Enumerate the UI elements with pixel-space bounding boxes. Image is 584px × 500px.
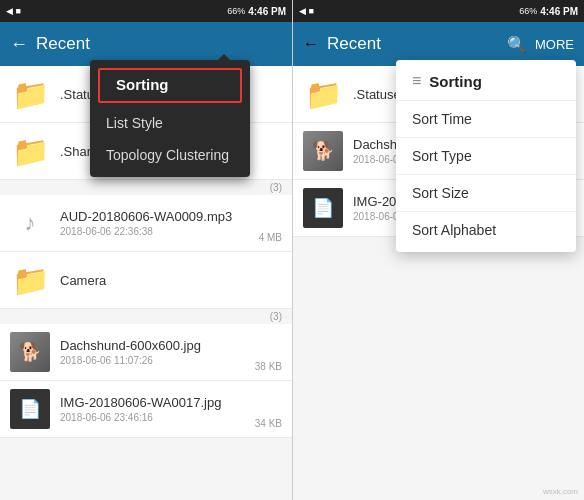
right-panel: ◀ ■ 66% 4:46 PM ← Recent 🔍 MORE 📁 .Statu… [292,0,584,500]
left-title: Recent [36,34,282,54]
sort-type-item[interactable]: Sort Type [396,138,576,175]
left-time: 4:46 PM [248,6,286,17]
left-dropdown-header: Sorting [98,68,242,103]
sort-time-item[interactable]: Sort Time [396,101,576,138]
left-status-icons: ◀ ■ [6,6,21,16]
file-date: 2018-06-06 23:46:16 [60,412,255,423]
watermark: wsxk.com [543,487,578,496]
file-name: Dachshund-600x600.jpg [60,338,255,353]
sort-lines-icon: ≡ [412,72,421,90]
right-battery: 66% [519,6,537,16]
left-panel: ◀ ■ 66% 4:46 PM ← Recent 📁 .Statuses 📁 .… [0,0,292,500]
list-item[interactable]: 📄 IMG-20180606-WA0017.jpg 2018-06-06 23:… [0,381,292,438]
more-button[interactable]: MORE [535,37,574,52]
right-dropdown-header: ≡ Sorting [396,64,576,101]
sort-size-item[interactable]: Sort Size [396,175,576,212]
left-dropdown-item-list-style[interactable]: List Style [90,107,250,139]
folder-icon-wrap: 📁 [303,74,343,114]
thumbnail: 🐕 [10,332,50,372]
file-size: 34 KB [255,418,282,429]
file-name: AUD-20180606-WA0009.mp3 [60,209,259,224]
folder-icon: 📁 [305,77,342,112]
right-dropdown: ≡ Sorting Sort Time Sort Type Sort Size … [396,60,576,252]
list-item[interactable]: ♪ AUD-20180606-WA0009.mp3 2018-06-06 22:… [0,195,292,252]
right-back-button[interactable]: ← [303,35,319,53]
file-info: Dachshund-600x600.jpg 2018-06-06 11:07:2… [60,338,255,366]
left-battery: 66% [227,6,245,16]
folder-icon-wrap: 📁 [10,74,50,114]
thumbnail: 🐕 [303,131,343,171]
file-date: 2018-06-06 22:36:38 [60,226,259,237]
file-size: 4 MB [259,232,282,243]
folder-icon: 📁 [12,263,49,298]
left-dropdown: Sorting List Style Topology Clustering [90,60,250,177]
file-info: IMG-20180606-WA0017.jpg 2018-06-06 23:46… [60,395,255,423]
right-status-icons: ◀ ■ [299,6,314,16]
sort-alphabet-item[interactable]: Sort Alphabet [396,212,576,248]
right-time: 4:46 PM [540,6,578,17]
file-name: Camera [60,273,282,288]
count-badge: (3) [0,309,292,324]
list-item[interactable]: 🐕 Dachshund-600x600.jpg 2018-06-06 11:07… [0,324,292,381]
left-status-bar: ◀ ■ 66% 4:46 PM [0,0,292,22]
music-icon-wrap: ♪ [10,203,50,243]
thumbnail: 📄 [10,389,50,429]
right-status-bar: ◀ ■ 66% 4:46 PM [293,0,584,22]
file-date: 2018-06-06 11:07:26 [60,355,255,366]
right-title: Recent [327,34,499,54]
music-icon: ♪ [25,210,36,236]
left-dropdown-item-topology[interactable]: Topology Clustering [90,139,250,171]
folder-icon: 📁 [12,134,49,169]
search-icon[interactable]: 🔍 [507,35,527,54]
folder-icon: 📁 [12,77,49,112]
count-badge: (3) [0,180,292,195]
file-name: IMG-20180606-WA0017.jpg [60,395,255,410]
file-info: AUD-20180606-WA0009.mp3 2018-06-06 22:36… [60,209,259,237]
thumbnail: 📄 [303,188,343,228]
folder-icon-wrap: 📁 [10,131,50,171]
left-back-button[interactable]: ← [10,34,28,55]
file-size: 38 KB [255,361,282,372]
file-info: Camera [60,273,282,288]
list-item[interactable]: 📁 Camera [0,252,292,309]
folder-icon-wrap: 📁 [10,260,50,300]
